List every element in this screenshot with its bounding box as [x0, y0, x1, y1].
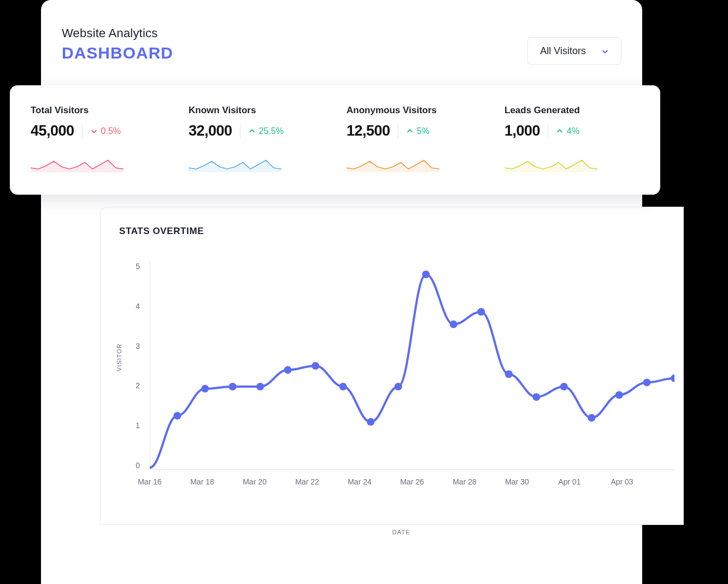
data-point[interactable] — [256, 383, 264, 390]
x-tick: Apr 03 — [596, 477, 648, 486]
metric-value: 32,000 — [189, 122, 232, 139]
data-point[interactable] — [615, 391, 623, 399]
x-ticks: Mar 16Mar 18Mar 20Mar 22Mar 24Mar 26Mar … — [150, 477, 674, 486]
trend-percent: 5% — [417, 126, 430, 136]
header: Website Analytics DASHBOARD All Visitors — [62, 26, 621, 65]
stats-overtime-chart: VISITOR 543210 Mar 16Mar 18Mar 20Mar 22M… — [119, 262, 683, 519]
page-title: DASHBOARD — [62, 44, 173, 62]
data-point[interactable] — [312, 362, 319, 370]
data-point[interactable] — [284, 366, 292, 374]
sparkline — [504, 156, 597, 172]
metric-card: Anonymous Visitors12,5005% — [347, 105, 482, 184]
title-block: Website Analytics DASHBOARD — [62, 26, 173, 62]
x-tick: Mar 28 — [438, 477, 491, 486]
y-tick: 3 — [132, 342, 140, 351]
y-tick: 2 — [132, 381, 140, 390]
data-point[interactable] — [450, 320, 457, 328]
data-point[interactable] — [532, 393, 540, 401]
data-point[interactable] — [395, 383, 402, 390]
x-tick: Mar 18 — [176, 477, 228, 486]
divider — [548, 124, 548, 138]
metric-label: Anonymous Visitors — [347, 105, 482, 116]
data-point[interactable] — [505, 370, 513, 378]
trend-indicator: 5% — [406, 126, 430, 136]
y-tick: 1 — [132, 421, 140, 430]
metric-card: Leads Generated1,0004% — [504, 105, 639, 184]
stats-overtime-card: STATS OVERTIME VISITOR 543210 Mar 16Mar … — [100, 207, 684, 525]
chevron-up-icon — [406, 127, 414, 135]
data-point[interactable] — [560, 383, 568, 390]
metric-value: 1,000 — [504, 122, 540, 139]
metric-label: Leads Generated — [504, 105, 639, 116]
chevron-up-icon — [248, 127, 256, 135]
metric-value-row: 32,00025.5% — [189, 122, 324, 139]
trend-indicator: 4% — [556, 126, 579, 136]
metric-value: 45,000 — [31, 122, 74, 139]
visitor-filter-label: All Visitors — [540, 45, 586, 57]
metric-card: Known Visitors32,00025.5% — [189, 105, 324, 184]
y-tick: 4 — [132, 302, 140, 311]
data-point[interactable] — [588, 414, 595, 422]
visitor-filter-dropdown[interactable]: All Visitors — [527, 37, 621, 65]
divider — [240, 124, 240, 138]
line-chart-svg — [150, 262, 674, 470]
metric-label: Total Visitors — [31, 105, 166, 116]
data-point[interactable] — [422, 271, 430, 278]
metric-value: 12,500 — [347, 122, 390, 139]
x-tick: Mar 24 — [333, 477, 386, 486]
trend-indicator: 0.5% — [90, 126, 121, 136]
trend-percent: 25.5% — [259, 126, 284, 136]
x-tick: Apr 01 — [543, 477, 596, 486]
y-tick: 0 — [132, 461, 140, 470]
metric-card: Total Visitors45,0000.5% — [31, 105, 166, 184]
trend-percent: 4% — [567, 126, 579, 136]
page-subtitle: Website Analytics — [62, 26, 173, 40]
metric-value-row: 1,0004% — [504, 122, 639, 139]
x-tick: Mar 26 — [386, 477, 438, 486]
data-point[interactable] — [477, 308, 485, 316]
x-tick: Mar 20 — [228, 477, 281, 486]
data-point[interactable] — [174, 412, 181, 419]
chevron-up-icon — [556, 127, 563, 135]
stats-overtime-title: STATS OVERTIME — [119, 226, 683, 237]
data-point[interactable] — [339, 383, 347, 390]
chevron-down-icon — [601, 48, 609, 55]
metric-label: Known Visitors — [189, 105, 324, 116]
sparkline — [347, 156, 439, 172]
x-axis-label: DATE — [392, 529, 410, 535]
data-point[interactable] — [367, 418, 374, 426]
y-ticks: 543210 — [132, 262, 140, 470]
metric-value-row: 45,0000.5% — [31, 122, 166, 139]
x-tick: Mar 30 — [491, 477, 543, 486]
data-point[interactable] — [201, 385, 209, 393]
y-tick: 5 — [132, 262, 140, 271]
x-tick: Mar 22 — [281, 477, 333, 486]
x-tick: Mar 16 — [124, 477, 176, 486]
data-point[interactable] — [671, 375, 674, 382]
sparkline — [189, 156, 281, 172]
data-point[interactable] — [229, 383, 237, 390]
divider — [398, 124, 398, 138]
y-axis-label: VISITOR — [116, 343, 122, 371]
chevron-down-icon — [90, 127, 98, 135]
trend-indicator: 25.5% — [248, 126, 284, 136]
sparkline — [31, 156, 124, 172]
data-point[interactable] — [643, 378, 651, 386]
divider — [82, 124, 83, 138]
metrics-strip: Total Visitors45,0000.5%Known Visitors32… — [10, 85, 660, 195]
trend-percent: 0.5% — [101, 126, 121, 136]
metric-value-row: 12,5005% — [347, 122, 482, 139]
